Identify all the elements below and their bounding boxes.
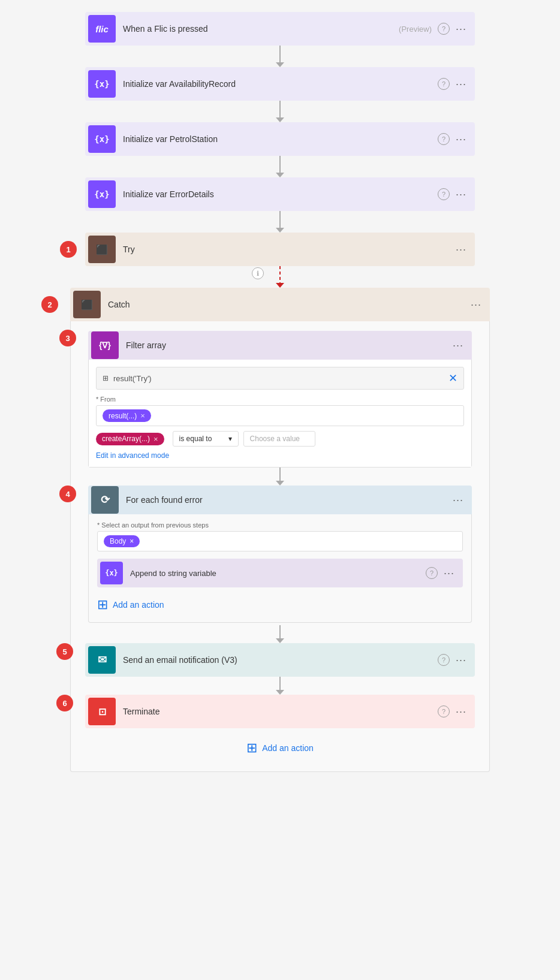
foreach-badge: 4 [59, 486, 76, 502]
filter-badge: 3 [59, 330, 76, 346]
flic-more-icon[interactable]: ··· [456, 23, 466, 35]
send-email-help-icon[interactable]: ? [438, 654, 450, 666]
add-action-2-icon: ⊞ [246, 740, 257, 756]
terminate-label: Terminate [123, 707, 438, 716]
connector-inner-2 [276, 625, 284, 643]
var2-icon: {x} [88, 125, 116, 153]
try-more-icon[interactable]: ··· [456, 243, 466, 256]
filter-wrapper: 3 {∇} Filter array ··· [88, 331, 472, 468]
terminate-icon: ⊡ [88, 698, 116, 725]
flow-container: flic When a Flic is pressed (Preview) ? … [0, 0, 560, 784]
add-action-2-btn[interactable]: ⊞ Add an action [246, 740, 314, 756]
foreach-label: For each found error [126, 495, 453, 505]
filter-create-chip[interactable]: createArray(...) × [96, 433, 164, 445]
connector-2 [276, 101, 284, 122]
var3-step: {x} Initialize var ErrorDetails ? ··· [85, 177, 475, 211]
flic-help-icon[interactable]: ? [438, 23, 450, 35]
flic-actions: ? ··· [438, 23, 466, 35]
connector-4 [276, 211, 284, 233]
filter-result-label: result('Try') [113, 374, 448, 383]
append-more-icon[interactable]: ··· [444, 567, 454, 580]
try-step: ⬛ Try ··· [85, 233, 475, 266]
try-wrapper: 1 ⬛ Try ··· [85, 233, 475, 266]
var1-actions: ? ··· [438, 78, 466, 91]
connector-info-icon: ℹ [252, 267, 264, 279]
var2-step: {x} Initialize var PetrolStation ? ··· [85, 122, 475, 156]
send-email-label: Send an email notification (V3) [123, 655, 438, 665]
filter-block: {∇} Filter array ··· ⊞ result('Try') [88, 331, 472, 468]
filter-value-input[interactable]: Choose a value [243, 431, 315, 447]
catch-icon: ⬛ [73, 291, 101, 318]
terminate-help-icon[interactable]: ? [438, 705, 450, 717]
dashed-connector: ℹ [265, 266, 295, 288]
send-email-more-icon[interactable]: ··· [456, 654, 466, 667]
connector-1 [276, 46, 284, 67]
edit-advanced-link[interactable]: Edit in advanced mode [96, 451, 464, 460]
filter-result-close[interactable]: ✕ [448, 372, 457, 385]
catch-header: ⬛ Catch ··· [70, 288, 490, 321]
terminate-badge: 6 [56, 695, 73, 711]
var3-help-icon[interactable]: ? [438, 188, 450, 200]
add-action-2-label: Add an action [262, 743, 314, 753]
filter-actions: ··· [453, 339, 463, 352]
append-icon: {x} [100, 562, 123, 584]
filter-from-row[interactable]: result(...) × [96, 405, 464, 426]
filter-result-chip[interactable]: result(...) × [103, 409, 151, 422]
terminate-wrapper: 6 ⊡ Terminate ? ··· [85, 695, 475, 728]
foreach-select-label: * Select an output from previous steps [97, 521, 463, 529]
filter-more-icon[interactable]: ··· [453, 339, 463, 352]
var3-more-icon[interactable]: ··· [456, 188, 466, 201]
var3-actions: ? ··· [438, 188, 466, 201]
var2-more-icon[interactable]: ··· [456, 133, 466, 146]
catch-more-icon[interactable]: ··· [471, 298, 481, 311]
flic-label: When a Flic is pressed [123, 24, 399, 34]
terminate-step: ⊡ Terminate ? ··· [85, 695, 475, 728]
foreach-wrapper: 4 ⟳ For each found error ··· * S [88, 486, 472, 623]
foreach-body: * Select an output from previous steps B… [88, 514, 472, 623]
try-actions: ··· [456, 243, 466, 256]
try-badge: 1 [60, 241, 77, 258]
catch-actions: ··· [471, 298, 481, 311]
flic-step: flic When a Flic is pressed (Preview) ? … [85, 12, 475, 46]
send-email-step: ✉ Send an email notification (V3) ? ··· [85, 643, 475, 677]
connector-inner-1 [276, 468, 284, 486]
var1-label: Initialize var AvailabilityRecord [123, 79, 438, 89]
var1-more-icon[interactable]: ··· [456, 78, 466, 91]
connector-3 [276, 156, 284, 177]
add-action-1-btn[interactable]: ⊞ Add an action [97, 597, 463, 613]
send-email-icon: ✉ [88, 646, 116, 674]
foreach-block: ⟳ For each found error ··· * Select an o… [88, 486, 472, 623]
append-step: {x} Append to string variable ? ··· [97, 559, 463, 587]
send-email-actions: ? ··· [438, 654, 466, 667]
catch-badge: 2 [41, 296, 58, 313]
catch-wrapper: 2 ⬛ Catch ··· 3 {∇} [70, 288, 490, 772]
send-email-wrapper: 5 ✉ Send an email notification (V3) ? ··… [85, 643, 475, 677]
foreach-icon: ⟳ [91, 486, 119, 514]
filter-header: {∇} Filter array ··· [88, 331, 472, 360]
filter-condition-select[interactable]: is equal to ▾ [173, 431, 239, 447]
filter-result-row: ⊞ result('Try') ✕ [96, 367, 464, 390]
var1-help-icon[interactable]: ? [438, 78, 450, 90]
var3-label: Initialize var ErrorDetails [123, 189, 438, 199]
foreach-actions: ··· [453, 494, 463, 506]
try-label: Try [123, 245, 456, 254]
var2-label: Initialize var PetrolStation [123, 134, 438, 144]
connector-inner-3 [276, 677, 284, 695]
foreach-more-icon[interactable]: ··· [453, 494, 463, 506]
var3-icon: {x} [88, 180, 116, 208]
var1-icon: {x} [88, 70, 116, 98]
append-label: Append to string variable [130, 569, 426, 578]
append-help-icon[interactable]: ? [426, 567, 438, 579]
append-actions: ? ··· [426, 567, 454, 580]
foreach-header: ⟳ For each found error ··· [88, 486, 472, 514]
add-action-1-icon: ⊞ [97, 597, 108, 613]
add-action-1-label: Add an action [113, 600, 164, 610]
var2-help-icon[interactable]: ? [438, 133, 450, 145]
filter-body: ⊞ result('Try') ✕ * From result(...) × [88, 360, 472, 468]
terminate-more-icon[interactable]: ··· [456, 705, 466, 718]
send-email-badge: 5 [56, 643, 73, 660]
var1-step: {x} Initialize var AvailabilityRecord ? … [85, 67, 475, 101]
foreach-select-row[interactable]: Body × [97, 531, 463, 551]
body-chip[interactable]: Body × [104, 535, 140, 547]
flic-sublabel: (Preview) [399, 25, 432, 34]
